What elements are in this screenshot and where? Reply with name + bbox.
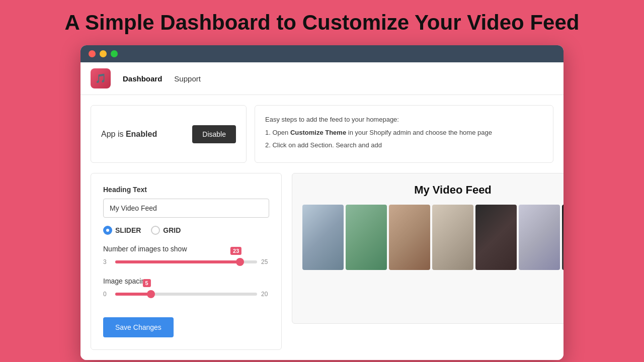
video-thumb-5 [475, 205, 517, 270]
status-text: App is Enabled [101, 130, 157, 139]
video-thumb-4 [432, 205, 473, 270]
info-intro: Easy steps to add the feed to your homep… [265, 115, 543, 125]
images-slider-track: 23 [115, 260, 257, 263]
images-slider-wrapper[interactable]: 23 [115, 257, 257, 267]
video-thumb-7 [562, 205, 564, 270]
spacing-slider-label: Image spacing [103, 277, 269, 285]
heading-label: Heading Text [103, 186, 269, 194]
status-prefix: App is [101, 130, 126, 138]
images-slider-section: Number of images to show 3 23 [103, 245, 269, 267]
browser-content: 🎵 Dashboard Support App is Enabled Disab… [80, 62, 564, 360]
traffic-light-red[interactable] [89, 50, 96, 57]
info-step2: 2. Click on add Section. Search and add [265, 140, 543, 150]
settings-panel: Heading Text SLIDER GRID [91, 173, 282, 350]
traffic-light-green[interactable] [111, 50, 118, 57]
logo-icon: 🎵 [95, 73, 106, 84]
radio-grid-label: GRID [163, 226, 181, 234]
images-slider-thumb[interactable]: 23 [236, 258, 244, 266]
left-column: Heading Text SLIDER GRID [91, 173, 282, 350]
video-thumb-2 [346, 205, 387, 270]
info-step1-prefix: 1. Open [265, 129, 290, 136]
images-slider-badge: 23 [230, 247, 242, 255]
radio-grid[interactable]: GRID [151, 226, 181, 235]
spacing-slider-min: 0 [103, 291, 111, 298]
page-title: A Simple Dashboard to Customize Your Vid… [65, 10, 580, 35]
radio-slider[interactable]: SLIDER [103, 226, 141, 235]
images-slider-min: 3 [103, 258, 111, 265]
app-logo: 🎵 [91, 68, 111, 88]
two-col-layout: Heading Text SLIDER GRID [91, 173, 553, 350]
preview-title: My Video Feed [302, 184, 564, 197]
video-thumb-6 [519, 205, 560, 270]
layout-radio-group: SLIDER GRID [103, 226, 269, 235]
traffic-light-yellow[interactable] [100, 50, 107, 57]
images-slider-label: Number of images to show [103, 245, 269, 253]
info-step1-suffix: in your Shopify admin and choose the hom… [346, 129, 492, 136]
disable-button[interactable]: Disable [192, 125, 236, 143]
info-step1-link: Customize Theme [290, 129, 346, 136]
spacing-slider-thumb[interactable]: 5 [147, 290, 155, 298]
spacing-slider-track: 5 [115, 293, 257, 296]
status-state: Enabled [126, 130, 157, 138]
nav-link-support[interactable]: Support [174, 74, 201, 83]
info-step1: 1. Open Customize Theme in your Shopify … [265, 128, 543, 138]
images-slider-fill [115, 260, 240, 263]
status-banner: App is Enabled Disable [91, 105, 247, 163]
spacing-slider-wrapper[interactable]: 5 [115, 289, 257, 299]
video-grid: › [302, 205, 564, 270]
spacing-slider-fill [115, 293, 151, 296]
nav-link-dashboard[interactable]: Dashboard [123, 74, 162, 83]
heading-text-input[interactable] [103, 199, 269, 218]
radio-grid-circle [151, 226, 160, 235]
spacing-slider-badge: 5 [142, 279, 150, 287]
radio-slider-circle [103, 226, 112, 235]
video-thumb-1 [302, 205, 344, 270]
nav-bar: 🎵 Dashboard Support [80, 62, 564, 95]
browser-window: 🎵 Dashboard Support App is Enabled Disab… [80, 45, 564, 360]
info-box: Easy steps to add the feed to your homep… [255, 105, 553, 163]
spacing-slider-max: 20 [261, 291, 269, 298]
preview-panel: My Video Feed › [292, 173, 564, 324]
top-row: App is Enabled Disable Easy steps to add… [91, 105, 553, 163]
images-slider-row: 3 23 25 [103, 257, 269, 267]
spacing-slider-section: Image spacing 0 5 [103, 277, 269, 299]
video-thumb-3 [389, 205, 430, 270]
save-changes-button[interactable]: Save Changes [103, 317, 174, 337]
main-content: App is Enabled Disable Easy steps to add… [80, 95, 564, 360]
spacing-slider-row: 0 5 20 [103, 289, 269, 299]
radio-slider-label: SLIDER [115, 226, 141, 234]
right-column: My Video Feed › [292, 173, 564, 350]
browser-titlebar [80, 45, 564, 62]
images-slider-max: 25 [261, 258, 269, 265]
